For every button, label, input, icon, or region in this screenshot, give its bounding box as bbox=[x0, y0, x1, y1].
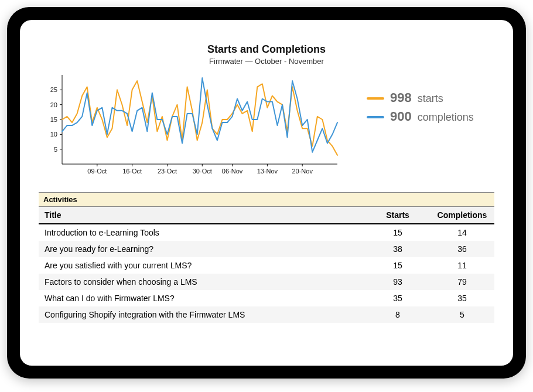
chart-subtitle: Firmwater — October - November bbox=[39, 57, 494, 66]
col-completions: Completions bbox=[430, 207, 494, 224]
cell-completions: 14 bbox=[430, 224, 494, 241]
legend: 998 starts 900 completions bbox=[367, 90, 474, 128]
cell-title: What can I do with Firmwater LMS? bbox=[39, 290, 365, 306]
legend-starts-label: starts bbox=[418, 93, 443, 105]
svg-text:09-Oct: 09-Oct bbox=[87, 168, 107, 175]
tablet-frame: Starts and Completions Firmwater — Octob… bbox=[7, 7, 526, 379]
cell-completions: 79 bbox=[430, 274, 494, 290]
cell-completions: 35 bbox=[430, 290, 494, 306]
svg-text:5: 5 bbox=[54, 146, 57, 153]
cell-starts: 15 bbox=[365, 224, 430, 241]
legend-completions-value: 900 bbox=[390, 109, 412, 124]
legend-completions: 900 completions bbox=[367, 109, 474, 124]
cell-starts: 93 bbox=[365, 274, 430, 290]
cell-title: Factors to consider when choosing a LMS bbox=[39, 274, 365, 290]
activities-section: Activities Title Starts Completions Intr… bbox=[39, 192, 494, 323]
cell-starts: 15 bbox=[365, 257, 430, 274]
cell-starts: 8 bbox=[365, 306, 430, 323]
cell-starts: 38 bbox=[365, 241, 430, 257]
chart-header: Starts and Completions Firmwater — Octob… bbox=[39, 43, 494, 66]
chart-row: 51015202509-Oct16-Oct23-Oct30-Oct06-Nov1… bbox=[39, 69, 494, 180]
series-completions bbox=[62, 78, 337, 152]
legend-starts: 998 starts bbox=[367, 90, 474, 105]
legend-completions-label: completions bbox=[418, 111, 474, 124]
cell-title: Introduction to e-Learning Tools bbox=[39, 224, 365, 241]
col-title: Title bbox=[39, 207, 365, 224]
swatch-completions bbox=[367, 116, 384, 118]
svg-text:15: 15 bbox=[50, 116, 57, 123]
svg-text:23-Oct: 23-Oct bbox=[158, 168, 177, 175]
svg-text:20: 20 bbox=[50, 101, 57, 108]
cell-completions: 5 bbox=[430, 306, 494, 323]
svg-text:13-Nov: 13-Nov bbox=[257, 168, 278, 175]
table-row: Factors to consider when choosing a LMS9… bbox=[39, 274, 494, 290]
svg-text:16-Oct: 16-Oct bbox=[122, 168, 142, 175]
legend-starts-value: 998 bbox=[390, 90, 412, 105]
table-row: What can I do with Firmwater LMS?3535 bbox=[39, 290, 494, 306]
svg-text:25: 25 bbox=[50, 86, 57, 93]
swatch-starts bbox=[367, 97, 384, 100]
table-row: Are you satisfied with your current LMS?… bbox=[39, 257, 494, 274]
cell-completions: 11 bbox=[430, 257, 494, 274]
screen: Starts and Completions Firmwater — Octob… bbox=[20, 20, 513, 366]
svg-text:30-Oct: 30-Oct bbox=[193, 168, 212, 175]
cell-title: Configuring Shopify integration with the… bbox=[39, 306, 365, 323]
chart-area: 51015202509-Oct16-Oct23-Oct30-Oct06-Nov1… bbox=[39, 69, 343, 180]
table-header-row: Title Starts Completions bbox=[39, 207, 494, 224]
activities-table: Title Starts Completions Introduction to… bbox=[39, 207, 494, 323]
chart-title: Starts and Completions bbox=[39, 43, 494, 56]
cell-completions: 36 bbox=[430, 241, 494, 257]
svg-text:10: 10 bbox=[50, 131, 57, 138]
table-row: Introduction to e-Learning Tools1514 bbox=[39, 224, 494, 241]
col-starts: Starts bbox=[365, 207, 430, 224]
cell-title: Are you ready for e-Learning? bbox=[39, 241, 365, 257]
cell-starts: 35 bbox=[365, 290, 430, 306]
series-starts bbox=[62, 81, 337, 155]
svg-text:06-Nov: 06-Nov bbox=[222, 168, 243, 175]
activities-banner: Activities bbox=[39, 192, 494, 207]
line-chart: 51015202509-Oct16-Oct23-Oct30-Oct06-Nov1… bbox=[39, 69, 343, 180]
cell-title: Are you satisfied with your current LMS? bbox=[39, 257, 365, 274]
svg-text:20-Nov: 20-Nov bbox=[292, 168, 313, 175]
table-row: Configuring Shopify integration with the… bbox=[39, 306, 494, 323]
table-row: Are you ready for e-Learning?3836 bbox=[39, 241, 494, 257]
